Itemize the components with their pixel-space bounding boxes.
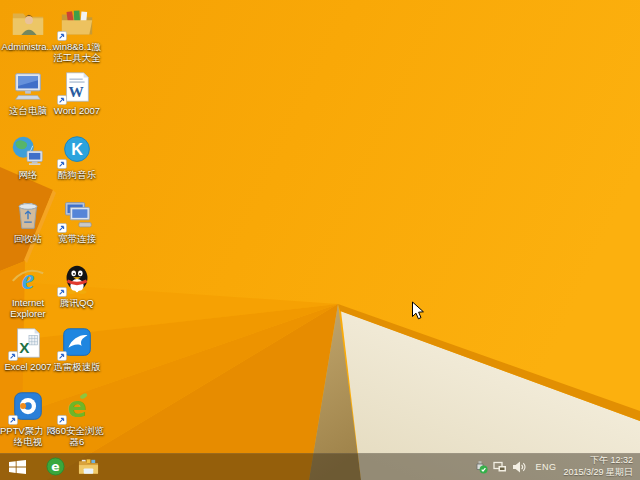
- desktop-icon-label: Administra...: [2, 41, 55, 52]
- excel-icon: X: [9, 326, 47, 360]
- desktop-icon-broadband-connection[interactable]: 宽带连接: [49, 198, 105, 244]
- desktop-icon-pptv[interactable]: PPTV聚力 网络电视: [0, 390, 56, 448]
- desktop-icon-excel-2007[interactable]: XExcel 2007: [0, 326, 56, 372]
- desktop-icon-kugou-music[interactable]: K酷狗音乐: [49, 134, 105, 180]
- desktop-icon-tencent-qq[interactable]: 腾讯QQ: [49, 262, 105, 308]
- desktop-icon-label: 这台电脑: [9, 105, 47, 116]
- clock-time: 下午 12:32: [563, 455, 633, 467]
- network-status-icon: [493, 460, 507, 474]
- desktop-icon-recycle-bin[interactable]: 回收站: [0, 198, 56, 244]
- clock-date: 2015/3/29 星期日: [563, 467, 633, 479]
- windows-logo-icon: [9, 460, 26, 474]
- file-explorer-icon: [78, 458, 99, 475]
- desktop-icons: Administra...win8&8.1激活工具大全这台电脑WWord 200…: [0, 0, 640, 453]
- pptv-icon: [9, 390, 47, 424]
- desktop-icon-label: 宽带连接: [58, 233, 96, 244]
- desktop-icon-label: 腾讯QQ: [60, 297, 94, 308]
- svg-text:e: e: [51, 460, 59, 474]
- desktop-icon-label: 360安全浏览器6: [49, 425, 105, 448]
- usb-check-icon: [474, 460, 488, 474]
- svg-text:e: e: [22, 264, 35, 295]
- recycle-bin-icon: [9, 198, 47, 232]
- folder-tools-icon: [58, 6, 96, 40]
- svg-text:W: W: [68, 83, 83, 100]
- desktop-icon-internet-explorer[interactable]: eInternet Explorer: [0, 262, 56, 320]
- desktop-icon-network[interactable]: 网络: [0, 134, 56, 180]
- desktop-icon-label: 网络: [19, 169, 38, 180]
- desktop-icon-label: win8&8.1激活工具大全: [49, 41, 105, 64]
- desktop-icon-xunlei[interactable]: 迅雷极速版: [49, 326, 105, 372]
- volume-icon: [512, 460, 526, 474]
- desktop-icon-administrator-folder[interactable]: Administra...: [0, 6, 56, 52]
- network-tray-button[interactable]: [493, 460, 507, 474]
- globe-network-icon: [9, 134, 47, 168]
- taskbar-clock[interactable]: 下午 12:32 2015/3/29 星期日: [563, 455, 633, 478]
- se360-icon: e: [58, 390, 96, 424]
- desktop-icon-label: 回收站: [14, 233, 43, 244]
- desktop-icon-label: Internet Explorer: [0, 297, 56, 320]
- kugou-icon: K: [58, 134, 96, 168]
- desktop-icon-360-browser-6[interactable]: e360安全浏览器6: [49, 390, 105, 448]
- desktop-icon-label: Word 2007: [54, 105, 100, 116]
- xunlei-icon: [58, 326, 96, 360]
- desktop-icon-label: 酷狗音乐: [58, 169, 96, 180]
- 360-browser-icon: e: [46, 457, 65, 476]
- qq-icon: [58, 262, 96, 296]
- desktop-icon-this-pc[interactable]: 这台电脑: [0, 70, 56, 116]
- taskbar-360-browser-button[interactable]: e: [43, 453, 67, 480]
- word-icon: W: [58, 70, 96, 104]
- desktop-icon-word-2007[interactable]: WWord 2007: [49, 70, 105, 116]
- ie-icon: e: [9, 262, 47, 296]
- taskbar-file-explorer-button[interactable]: [76, 453, 100, 480]
- desktop-icon-win8-activation-folder[interactable]: win8&8.1激活工具大全: [49, 6, 105, 64]
- folder-user-icon: [9, 6, 47, 40]
- svg-text:X: X: [19, 339, 29, 356]
- desktop-icon-label: 迅雷极速版: [53, 361, 101, 372]
- taskbar: e: [0, 453, 640, 480]
- desktop-icon-label: PPTV聚力 网络电视: [0, 425, 56, 448]
- svg-text:K: K: [71, 140, 83, 158]
- broadband-icon: [58, 198, 96, 232]
- computer-icon: [9, 70, 47, 104]
- system-tray: ENG 下午 12:32 2015/3/29 星期日: [469, 453, 640, 480]
- desktop-icon-label: Excel 2007: [4, 361, 51, 372]
- volume-tray-button[interactable]: [512, 460, 526, 474]
- safely-remove-hardware-tray-button[interactable]: [474, 460, 488, 474]
- desktop-screen: Administra...win8&8.1激活工具大全这台电脑WWord 200…: [0, 0, 640, 480]
- language-indicator[interactable]: ENG: [535, 462, 556, 472]
- start-button[interactable]: [0, 453, 34, 480]
